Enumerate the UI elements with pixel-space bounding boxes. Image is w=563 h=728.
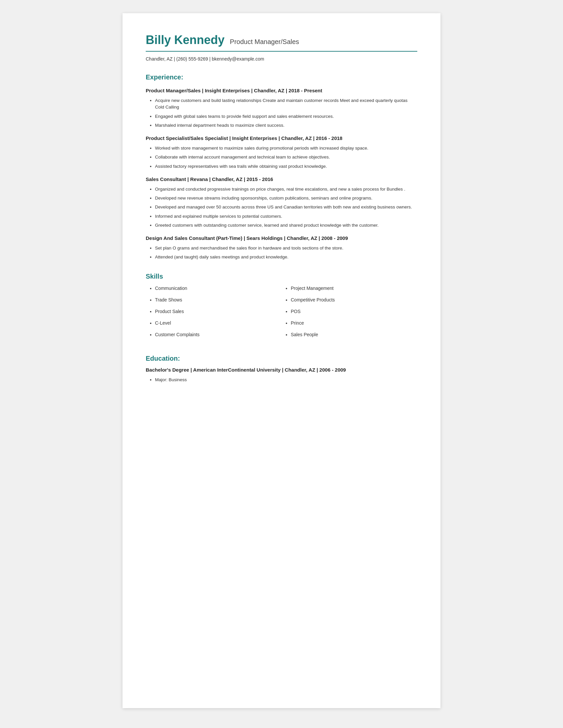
skill-item: Sales People — [291, 331, 417, 338]
bullet-item: Attended (and taught) daily sales meetin… — [155, 254, 417, 260]
header-section: Billy Kennedy Product Manager/Sales — [146, 33, 417, 47]
bullet-item: Marshaled internal department heads to m… — [155, 122, 417, 129]
job-bullets-3: Organized and conducted progressive trai… — [155, 186, 417, 229]
skill-item: POS — [291, 308, 417, 315]
job-title-3: Sales Consultant | Revana | Chandler, AZ… — [146, 176, 417, 182]
skill-item: Product Sales — [155, 308, 282, 315]
header-divider — [146, 51, 417, 52]
job-bullets-4: Set plan O grams and merchandised the sa… — [155, 245, 417, 261]
skill-item: Customer Complaints — [155, 331, 282, 338]
bullet-item: Organized and conducted progressive trai… — [155, 186, 417, 193]
job-bullets-1: Acquire new customers and build lasting … — [155, 97, 417, 129]
skill-item: Prince — [291, 320, 417, 327]
bullet-item: Developed and managed over 50 accounts a… — [155, 204, 417, 210]
job-title-1: Product Manager/Sales | Insight Enterpri… — [146, 88, 417, 93]
skill-item: Trade Shows — [155, 296, 282, 303]
skill-item: Communication — [155, 285, 282, 292]
degree-title-1: Bachelor's Degree | American InterContin… — [146, 367, 417, 373]
bullet-item: Worked with store management to maximize… — [155, 145, 417, 152]
contact-info: Chandler, AZ | (260) 555-9269 | bkennedy… — [146, 56, 417, 62]
bullet-item: Assisted factory representatives with se… — [155, 163, 417, 170]
job-title-2: Product Specialist/Sales Specialist | In… — [146, 135, 417, 141]
job-title-4: Design And Sales Consultant (Part-Time) … — [146, 235, 417, 241]
bullet-item: Acquire new customers and build lasting … — [155, 97, 417, 111]
skills-right-column: Project Management Competitive Products … — [291, 285, 417, 343]
skill-item: Competitive Products — [291, 296, 417, 303]
bullet-item: Major: Business — [155, 377, 417, 383]
bullet-item: Engaged with global sales teams to provi… — [155, 113, 417, 120]
skills-heading: Skills — [146, 273, 417, 280]
job-bullets-2: Worked with store management to maximize… — [155, 145, 417, 170]
education-heading: Education: — [146, 355, 417, 362]
skill-item: C-Level — [155, 320, 282, 327]
experience-heading: Experience: — [146, 73, 417, 81]
skills-section: Skills Communication Trade Shows Product… — [146, 273, 417, 343]
bullet-item: Greeted customers with outstanding custo… — [155, 222, 417, 229]
bullet-item: Set plan O grams and merchandised the sa… — [155, 245, 417, 251]
bullet-item: Developed new revenue streams including … — [155, 195, 417, 202]
degree-bullets-1: Major: Business — [155, 377, 417, 383]
resume-container: Billy Kennedy Product Manager/Sales Chan… — [122, 13, 441, 708]
bullet-item: Collaborate with internal account manage… — [155, 154, 417, 160]
skills-left-column: Communication Trade Shows Product Sales … — [155, 285, 282, 343]
skill-item: Project Management — [291, 285, 417, 292]
candidate-title: Product Manager/Sales — [230, 38, 299, 46]
candidate-name: Billy Kennedy — [146, 33, 224, 47]
education-section: Education: Bachelor's Degree | American … — [146, 355, 417, 383]
bullet-item: Informed and explained multiple services… — [155, 213, 417, 220]
skills-grid: Communication Trade Shows Product Sales … — [146, 285, 417, 343]
experience-section: Experience: Product Manager/Sales | Insi… — [146, 73, 417, 261]
